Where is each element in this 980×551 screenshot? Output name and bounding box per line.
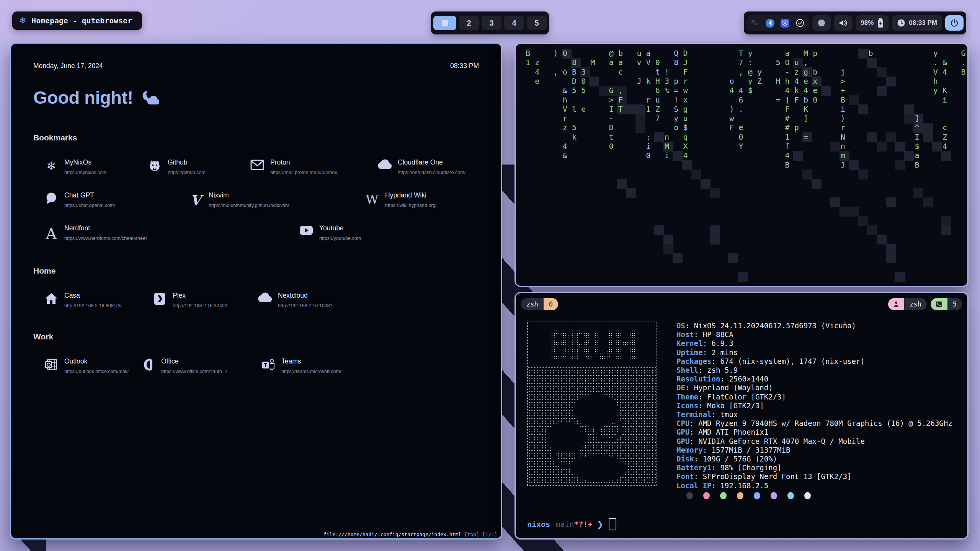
tmux-session-pill[interactable]: zsh 0	[521, 298, 558, 310]
clock-button[interactable]: 08:33 PM	[892, 15, 942, 31]
matrix-char: 6	[739, 96, 743, 104]
tmux-pill-zsh[interactable]: zsh	[888, 298, 927, 310]
matrix-char: u	[637, 49, 641, 57]
matrix-char: ]	[785, 96, 790, 104]
matrix-char: ]	[804, 114, 808, 122]
matrix-block	[904, 151, 914, 161]
bookmark-plex[interactable]: Plexhttp://192.168.2.16:32400	[152, 292, 257, 308]
matrix-block	[635, 104, 645, 114]
matrix-char: h	[785, 77, 790, 85]
bookmark-text: Youtubehttps://youtube.com	[319, 224, 361, 241]
matrix-block	[682, 160, 692, 170]
matrix-char: ,	[554, 68, 558, 76]
fetch-value: : zsh 5.9	[698, 366, 738, 374]
matrix-char: f	[785, 142, 790, 150]
matrix-char: ,	[804, 59, 808, 66]
matrix-block	[858, 49, 868, 59]
battery-icon	[877, 18, 884, 28]
volume-button[interactable]	[834, 15, 853, 31]
matrix-char: u	[655, 96, 660, 104]
prompt-git-flags: *?!+	[574, 520, 592, 529]
matrix-char: w	[729, 114, 734, 122]
bookmark-url: https://wiki.hyprland.org/	[385, 203, 437, 208]
bookmark-youtube[interactable]: Youtubehttps://youtube.com	[298, 224, 361, 243]
matrix-char: e	[739, 124, 743, 131]
matrix-char: g	[683, 105, 688, 113]
fetch-line: Theme: FlatColor [GTK2/3]	[676, 393, 952, 401]
bookmark-hyprland-wiki[interactable]: WHyprland Wikihttps://wiki.hyprland.org/	[364, 191, 437, 208]
nixos-logo-icon: ❄	[19, 16, 26, 26]
bluetooth-icon[interactable]	[766, 19, 774, 28]
matrix-block	[673, 151, 683, 161]
bookmark-proton[interactable]: Protonhttps://mail.proton.me/u/0/inbox	[249, 158, 377, 175]
color-dot-5	[771, 492, 777, 499]
matrix-char: @	[609, 49, 614, 57]
power-button[interactable]	[945, 15, 964, 31]
shield-icon[interactable]	[781, 19, 789, 28]
matrix-char: 5	[572, 86, 577, 94]
bookmark-text: Nixvimhttps://nix-community.github.io/ni…	[209, 191, 289, 208]
matrix-block	[599, 86, 609, 96]
matrix-char: .	[739, 105, 743, 113]
bookmark-title: Nixvim	[209, 191, 289, 199]
matrix-char: B	[841, 96, 845, 104]
bookmark-github[interactable]: Githubhttps://github.com	[147, 158, 249, 175]
bookmark-text: Hyprland Wikihttps://wiki.hyprland.org/	[385, 191, 437, 208]
bookmark-outlook[interactable]: Outlookhttps://outlook.office.com/mail/	[43, 357, 140, 374]
bookmark-chat-gpt[interactable]: Chat GPThttps://chat.openai.com/	[43, 191, 188, 208]
matrix-char: 4	[942, 142, 947, 150]
bookmark-office[interactable]: Officehttps://www.office.com/?auth=2	[140, 357, 260, 374]
fetch-label: DE	[676, 383, 685, 392]
network-icon[interactable]	[751, 19, 760, 27]
matrix-char: B	[572, 68, 577, 76]
color-dot-3	[737, 492, 743, 499]
matrix-char: r	[683, 77, 688, 85]
matrix-char: =	[804, 133, 808, 141]
bookmark-nextcloud[interactable]: Nextcloudhttp://192.168.2.16:10081	[257, 292, 333, 308]
matrix-char: B	[961, 68, 965, 76]
matrix-char: 1	[785, 133, 790, 141]
matrix-char: J	[841, 161, 845, 169]
workspace-button-1[interactable]	[433, 16, 456, 30]
battery-button[interactable]: 98%	[856, 15, 889, 31]
matrix-terminal-window[interactable]: B1z4e),0o&hVrz4&8BD5l5k305eM@aG>I-Dt0bac…	[514, 43, 969, 287]
matrix-char: T	[739, 49, 743, 57]
workspace-button-4[interactable]: 4	[504, 16, 524, 30]
matrix-char: y	[933, 86, 938, 94]
shell-prompt[interactable]: nixos main *?!+ ❯	[527, 518, 616, 530]
bookmark-cloudflare-one[interactable]: Cloudflare Onehttps://one.dash.cloudflar…	[377, 158, 466, 175]
matrix-block	[877, 86, 887, 96]
workspace-button-5[interactable]: 5	[527, 16, 547, 30]
fetch-label: Theme	[676, 393, 698, 401]
matrix-char: H	[655, 77, 660, 85]
matrix-char: 5	[581, 86, 586, 94]
fetch-line: Shell: zsh 5.9	[676, 366, 952, 375]
bookmark-nixvim[interactable]: VNixvimhttps://nix-community.github.io/n…	[188, 191, 364, 208]
bookmark-text: Teamshttps://teams.microsoft.com/_	[281, 357, 344, 374]
matrix-char: a	[646, 49, 651, 57]
fetch-value: : 2 mins	[703, 348, 738, 357]
matrix-char: D	[683, 49, 688, 57]
bookmark-nerdfont[interactable]: ANerdfonthttps://www.nerdfonts.com/cheat…	[43, 224, 298, 243]
matrix-char: c	[618, 68, 623, 76]
matrix-char: )	[729, 105, 734, 113]
fetch-label: Icons	[676, 401, 698, 410]
bookmark-casa[interactable]: Casahttp://192.168.2.16:8081/#/	[43, 292, 152, 308]
bookmark-text: Casahttp://192.168.2.16:8081/#/	[64, 292, 121, 308]
tmux-pill-5[interactable]: 5	[931, 298, 962, 310]
workspace-button-2[interactable]: 2	[459, 16, 479, 30]
fetch-value: : AMD ATI Phoenix1	[689, 428, 768, 436]
bookmark-teams[interactable]: Teamshttps://teams.microsoft.com/_	[260, 357, 344, 374]
bookmark-mynixos[interactable]: ❄MyNixOshttps://mynixos.com	[43, 158, 147, 175]
matrix-char: 4	[535, 68, 539, 76]
workspace-button-3[interactable]: 3	[482, 16, 501, 30]
fetch-terminal-window[interactable]: zsh 0 zsh5 BRUH OS: NixOS 24.11.20240612…	[514, 292, 969, 540]
check-circle-icon[interactable]	[795, 18, 805, 28]
bookmark-title: Youtube	[319, 224, 361, 232]
prompt-host: nixos	[527, 520, 550, 529]
matrix-char: S	[674, 105, 678, 113]
matrix-char: h	[933, 77, 938, 85]
fetch-label: Disk	[676, 455, 694, 463]
notification-dot-button[interactable]	[812, 15, 831, 31]
matrix-char: ,	[739, 68, 743, 76]
